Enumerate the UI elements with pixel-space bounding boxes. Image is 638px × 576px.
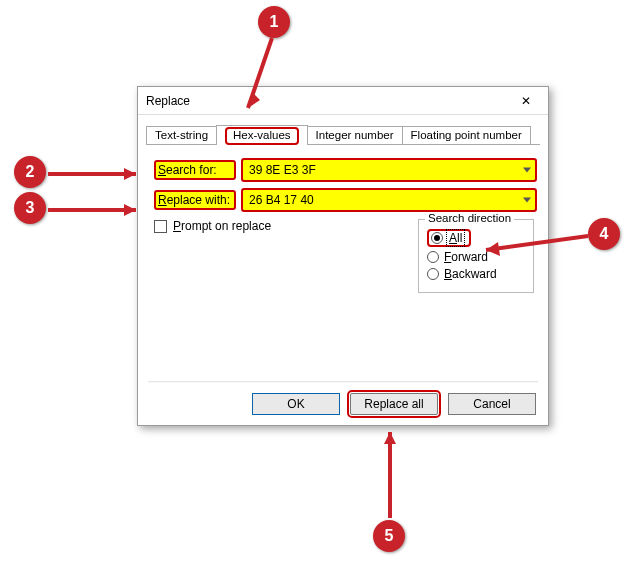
chevron-down-icon[interactable]	[523, 198, 531, 203]
radio-backward-row[interactable]: Backward	[427, 267, 525, 281]
separator	[148, 381, 538, 383]
radio-backward-label: Backward	[444, 267, 497, 281]
replace-with-value: 26 B4 17 40	[249, 193, 314, 207]
radio-all-row[interactable]: All	[427, 229, 525, 247]
search-for-value: 39 8E E3 3F	[249, 163, 316, 177]
cancel-button[interactable]: Cancel	[448, 393, 536, 415]
titlebar[interactable]: Replace ✕	[138, 87, 548, 115]
radio-forward-label: Forward	[444, 250, 488, 264]
ok-button[interactable]: OK	[252, 393, 340, 415]
search-direction-title: Search direction	[425, 212, 514, 224]
dialog-title: Replace	[146, 94, 190, 108]
chevron-down-icon[interactable]	[523, 168, 531, 173]
button-bar: OK Replace all Cancel	[252, 393, 536, 415]
close-icon[interactable]: ✕	[512, 91, 540, 111]
tab-strip: Text-string Hex-values Integer number Fl…	[146, 121, 540, 145]
search-for-input[interactable]: 39 8E E3 3F	[242, 159, 536, 181]
tab-hex-values[interactable]: Hex-values	[216, 125, 308, 145]
annotation-arrow-5	[380, 418, 410, 528]
prompt-on-replace-label: Prompt on replace	[173, 219, 271, 233]
replace-with-input[interactable]: 26 B4 17 40	[242, 189, 536, 211]
replace-with-label: Replace with:	[154, 190, 236, 210]
annotation-bubble-1: 1	[258, 6, 290, 38]
replace-all-button[interactable]: Replace all	[350, 393, 438, 415]
annotation-bubble-4: 4	[588, 218, 620, 250]
radio-backward[interactable]	[427, 268, 439, 280]
search-direction-group: Search direction All Forward Backward	[418, 219, 534, 293]
tab-floating-point[interactable]: Floating point number	[402, 126, 531, 144]
search-for-label: Search for:	[154, 160, 236, 180]
svg-marker-5	[124, 204, 136, 216]
svg-marker-3	[124, 168, 136, 180]
tab-integer-number[interactable]: Integer number	[307, 126, 403, 144]
tab-hex-values-label: Hex-values	[225, 127, 299, 145]
replace-dialog: Replace ✕ Text-string Hex-values Integer…	[137, 86, 549, 426]
annotation-bubble-5: 5	[373, 520, 405, 552]
dialog-body: Search for: 39 8E E3 3F Replace with: 26…	[138, 145, 548, 241]
svg-marker-9	[384, 432, 396, 444]
radio-forward-row[interactable]: Forward	[427, 250, 525, 264]
prompt-on-replace-checkbox[interactable]	[154, 220, 167, 233]
radio-all-label: All	[448, 231, 463, 245]
annotation-bubble-2: 2	[14, 156, 46, 188]
radio-all[interactable]	[431, 232, 443, 244]
radio-forward[interactable]	[427, 251, 439, 263]
annotation-bubble-3: 3	[14, 192, 46, 224]
tab-text-string[interactable]: Text-string	[146, 126, 217, 144]
